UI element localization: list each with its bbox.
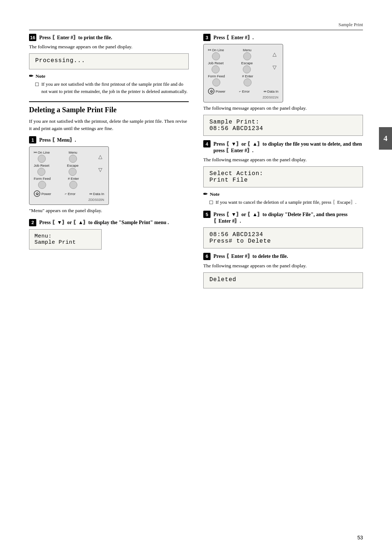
panel-row-3: Form Feed # Enter (34, 177, 104, 189)
step-4-lcd-l2: Print File (209, 177, 357, 183)
menu-lcd-line1: Menu: (34, 233, 96, 239)
panel-code-2: ZDDS021N (208, 96, 278, 99)
step-16-note-text: If you are not satisfied with the first … (41, 81, 189, 95)
step-16-block: 16 Press 〖Enter #〗to print the file. The… (29, 34, 189, 96)
escape-btn: Escape (67, 163, 79, 176)
down-triangle: ▽ (96, 166, 104, 174)
p2-enter-btn: # Enter (242, 74, 253, 86)
form-feed-btn: Form Feed (34, 177, 50, 189)
deleting-section-body: If you are not satisfied with the printo… (29, 118, 189, 133)
step-4-lcd: Select Action: Print File (203, 166, 363, 187)
menu-btn: Menu (69, 150, 77, 163)
step-1-header: 1 Press 〖Menu〗. (29, 136, 189, 143)
enter-label: # Enter (68, 177, 79, 181)
tab-marker: 4 (379, 127, 392, 150)
escape-label: Escape (67, 163, 79, 167)
step-3-lcd-l2: 08:56 ABCD1234 (209, 125, 357, 132)
page-header: Sample Print (29, 22, 363, 30)
step-3-header: 3 Press 〖Enter #〗. (203, 34, 363, 41)
p2-escape-btn: Escape (241, 61, 253, 73)
step-4-note-body: ☐ If you want to cancel the deletion of … (203, 199, 363, 206)
panel2-row-1: ↦ On Line Menu △ (208, 48, 278, 60)
up-triangle: △ (96, 153, 104, 161)
panel2-row-4: ⏻ Power ⌐ Error ⇔ Data In (208, 88, 278, 94)
step-4-note-item: ☐ If you want to cancel the deletion of … (209, 199, 363, 206)
left-column: 16 Press 〖Enter #〗to print the file. The… (29, 34, 189, 293)
p2-form-feed-circle (212, 78, 220, 86)
step-4-number: 4 (203, 140, 211, 147)
p2-on-line-label: ↦ On Line (208, 48, 224, 52)
menu-label: Menu (69, 150, 77, 154)
p2-menu-label: Menu (243, 48, 252, 52)
data-in-label: ⇔ Data In (89, 192, 104, 196)
p2-data-in-section: ⇔ Data In (264, 89, 278, 93)
job-reset-label: Job Reset (34, 163, 49, 167)
p2-job-reset-circle (212, 65, 220, 73)
step-6-label: Press 〖Enter #〗to delete the file. (213, 253, 288, 260)
p2-up-triangle: △ (270, 50, 278, 58)
step-2-block: 2 Press 〖▼〗or 〖▲〗to display the "Sample … (29, 219, 189, 250)
power-circle: ⏻ (34, 190, 40, 197)
p2-on-line-circle (212, 52, 220, 60)
p2-error-section: ⌐ Error (239, 89, 250, 93)
step-16-label: Press 〖Enter #〗to print the file. (39, 35, 112, 41)
p2-error-label: ⌐ Error (239, 89, 250, 93)
section-divider (29, 101, 189, 102)
menu-circle (69, 155, 77, 163)
step-5-lcd-l1: 08:56 ABCD1234 (209, 231, 357, 238)
step-3-lcd: Sample Print: 08:56 ABCD1234 (203, 115, 363, 136)
step-6-block: 6 Press 〖Enter #〗to delete the file. The… (203, 253, 363, 288)
error-label: ⌐ Error (65, 192, 75, 196)
step-16-body: The following message appears on the pan… (29, 43, 189, 50)
step-3-lcd-l1: Sample Print: (209, 119, 357, 125)
enter-circle (69, 181, 77, 189)
step-4-note-label: Note (210, 191, 220, 197)
p2-escape-label: Escape (241, 61, 253, 65)
panel-row-4: ⏻ Power ⌐ Error ⇔ Data In (34, 190, 104, 197)
step-6-body: The following message appears on the pan… (203, 262, 363, 270)
p2-job-reset-label: Job Reset (208, 61, 224, 65)
step-4-note: ✏ Note ☐ If you want to cancel the delet… (203, 191, 363, 206)
step-3-number: 3 (203, 34, 211, 41)
step-4-body: The following message appears on the pan… (203, 156, 363, 163)
step-16-header: 16 Press 〖Enter #〗to print the file. (29, 34, 189, 41)
panel2-row-3: Form Feed # Enter (208, 74, 278, 86)
on-line-circle (38, 155, 46, 163)
step-1-number: 1 (29, 136, 36, 143)
escape-circle (69, 168, 77, 176)
step-3-block: 3 Press 〖Enter #〗. ↦ On Line Menu (203, 34, 363, 136)
enter-btn: # Enter (68, 177, 79, 189)
step-6-header: 6 Press 〖Enter #〗to delete the file. (203, 253, 363, 260)
step-1-body: "Menu" appears on the panel display. (29, 207, 189, 214)
step-16-lcd: Processing... (29, 53, 189, 69)
menu-lcd-line2: Sample Print (34, 239, 96, 246)
step-4-block: 4 Press 〖▼〗or 〖▲〗to display the file you… (203, 140, 363, 206)
right-column: 3 Press 〖Enter #〗. ↦ On Line Menu (203, 34, 363, 293)
p2-power-circle: ⏻ (208, 88, 215, 94)
step-5-lcd: 08:56 ABCD1234 Press# to Delete (203, 227, 363, 248)
p2-power-label: Power (216, 89, 225, 93)
header-title: Sample Print (338, 22, 363, 28)
on-line-label: ↦ On Line (34, 150, 50, 154)
p2-menu-btn: Menu (243, 48, 252, 60)
p2-job-reset-btn: Job Reset (208, 61, 224, 73)
panel2-row-2: Job Reset Escape ▽ (208, 61, 278, 73)
step-3-body: The following message appears on the pan… (203, 105, 363, 112)
p2-form-feed-label: Form Feed (208, 74, 225, 78)
p2-enter-circle (244, 78, 252, 86)
checkbox-symbol: ☐ (35, 81, 39, 95)
step-5-number: 5 (203, 211, 211, 218)
step-2-lcd: Menu: Sample Print (29, 229, 102, 250)
job-reset-btn: Job Reset (34, 163, 49, 176)
pencil-icon: ✏ (29, 73, 33, 79)
page: Sample Print 4 16 Press 〖Enter #〗to prin… (0, 0, 392, 555)
step-6-lcd: Deleted (203, 272, 363, 288)
step-1-block: 1 Press 〖Menu〗. ↦ On Line Menu (29, 136, 189, 214)
step-16-note-item: ☐ If you are not satisfied with the firs… (35, 81, 189, 95)
step-2-header: 2 Press 〖▼〗or 〖▲〗to display the "Sample … (29, 219, 189, 226)
p2-menu-circle (243, 52, 251, 60)
step-4-label: Press 〖▼〗or 〖▲〗to display the file you w… (213, 141, 363, 154)
data-in-section: ⇔ Data In (89, 192, 104, 196)
step-2-number: 2 (29, 219, 36, 226)
power-label: Power (41, 192, 51, 196)
